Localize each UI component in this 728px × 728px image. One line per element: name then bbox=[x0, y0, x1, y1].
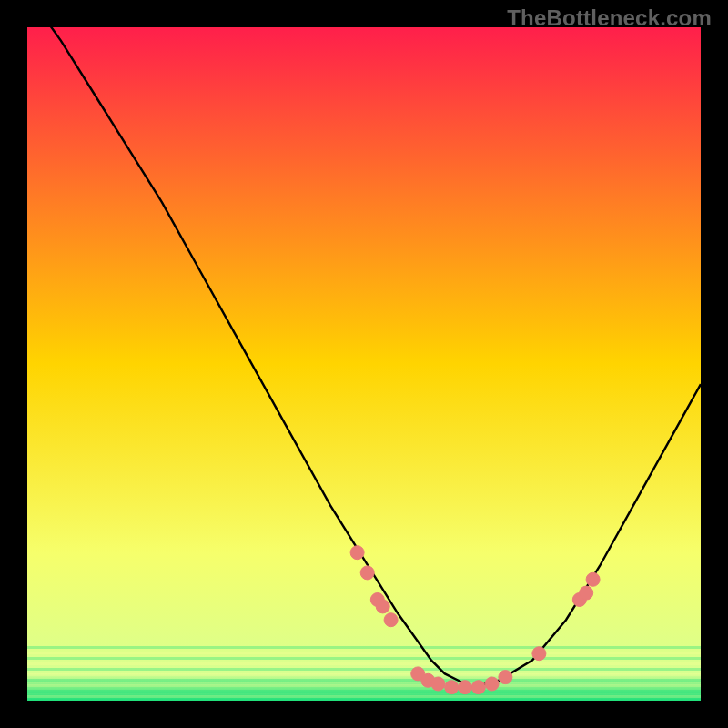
data-point bbox=[360, 566, 374, 580]
data-point bbox=[431, 677, 445, 691]
data-point bbox=[350, 546, 364, 560]
band-stripe bbox=[27, 695, 701, 698]
data-point bbox=[485, 677, 499, 691]
bottleneck-chart bbox=[27, 27, 701, 701]
data-point bbox=[384, 613, 398, 627]
band-stripe bbox=[27, 646, 701, 649]
data-point bbox=[376, 600, 389, 613]
band-stripe bbox=[27, 679, 701, 682]
band-stripe bbox=[27, 662, 701, 665]
band-stripe bbox=[27, 652, 701, 654]
band-stripe bbox=[27, 673, 701, 676]
band-stripe bbox=[27, 684, 701, 687]
plot-area bbox=[27, 27, 701, 701]
data-point bbox=[445, 681, 459, 694]
data-point bbox=[471, 681, 485, 694]
gradient-background bbox=[27, 27, 701, 701]
data-point bbox=[499, 671, 512, 684]
band-stripe bbox=[27, 668, 701, 671]
data-point bbox=[580, 586, 593, 600]
chart-frame: TheBottleneck.com bbox=[0, 0, 728, 728]
band-stripe bbox=[27, 657, 701, 660]
data-point bbox=[532, 647, 546, 661]
data-point bbox=[586, 572, 600, 586]
band-stripe bbox=[27, 690, 701, 693]
data-point bbox=[459, 681, 472, 694]
